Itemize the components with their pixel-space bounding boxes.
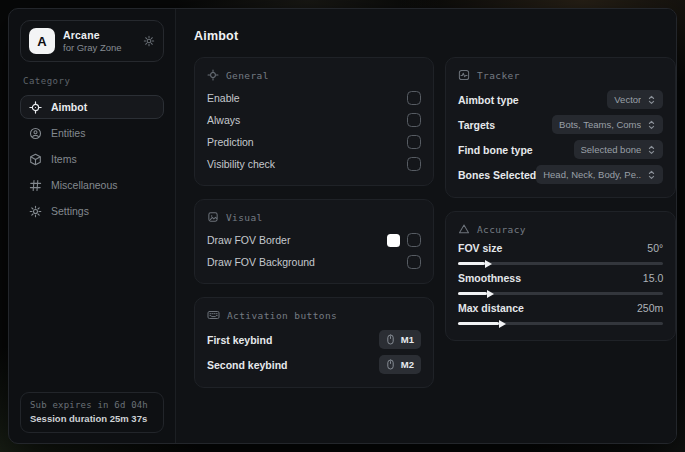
setting-label: Find bone type: [458, 144, 533, 156]
setting-row: First keybind M1: [207, 327, 421, 352]
select-value: Bots, Teams, Coms: [559, 119, 641, 130]
sidebar-nav: Aimbot Entities: [20, 93, 164, 225]
max-distance-slider: Max distance 250m: [458, 302, 663, 325]
second-keybind-button[interactable]: M2: [379, 355, 421, 374]
accuracy-section: Accuracy FOV size 50°: [445, 211, 676, 341]
setting-label: Targets: [458, 119, 495, 131]
image-icon: [207, 211, 219, 223]
setting-row: Aimbot type Vector: [458, 87, 663, 112]
slider-thumb[interactable]: [487, 290, 494, 298]
sliders-icon: [29, 179, 42, 192]
setting-label: Second keybind: [207, 359, 288, 371]
activation-section-title: Activation buttons: [227, 310, 337, 321]
tracker-section-title: Tracker: [477, 70, 520, 81]
sidebar-item-label: Items: [51, 153, 77, 165]
accuracy-section-title: Accuracy: [477, 224, 526, 235]
setting-row: Bones Selected Head, Neck, Body, Pe..: [458, 162, 663, 187]
setting-row: Visibility check: [207, 153, 421, 175]
slider-fill: [458, 292, 487, 295]
targets-select[interactable]: Bots, Teams, Coms: [552, 115, 663, 134]
main-content: Aimbot General Enable: [176, 9, 677, 443]
slider-thumb[interactable]: [485, 260, 492, 268]
entities-icon: [29, 127, 42, 140]
setting-label: Draw FOV Background: [207, 256, 315, 268]
page-title: Aimbot: [194, 29, 676, 43]
slider-track[interactable]: [458, 262, 663, 265]
setting-row: Draw FOV Border: [207, 229, 421, 251]
subscription-info: Sub expires in 6d 04h Session duration 2…: [20, 392, 164, 433]
first-keybind-button[interactable]: M1: [379, 330, 421, 349]
cube-icon: [29, 153, 42, 166]
sidebar-item-label: Settings: [51, 205, 89, 217]
slider-label: Max distance: [458, 302, 524, 314]
visual-section-title: Visual: [226, 212, 263, 223]
general-section-title: General: [226, 70, 269, 81]
sidebar-item-entities[interactable]: Entities: [20, 121, 164, 145]
session-duration-text: Session duration 25m 37s: [30, 413, 154, 424]
sidebar-item-settings[interactable]: Settings: [20, 199, 164, 223]
setting-label: First keybind: [207, 334, 272, 346]
slider-track[interactable]: [458, 322, 663, 325]
setting-label: Bones Selected: [458, 169, 536, 181]
triangle-icon: [458, 223, 470, 235]
bones-selected-select[interactable]: Head, Neck, Body, Pe..: [536, 165, 663, 184]
mouse-icon: [386, 334, 395, 345]
slider-value: 50°: [647, 242, 663, 254]
sidebar-spacer: [20, 225, 164, 392]
category-label: Category: [23, 76, 161, 86]
select-value: Head, Neck, Body, Pe..: [543, 169, 641, 180]
prediction-checkbox[interactable]: [407, 135, 421, 149]
brand-logo: A: [29, 28, 55, 54]
slider-label: FOV size: [458, 242, 502, 254]
slider-value: 250m: [637, 302, 663, 314]
app-window: A Arcane for Gray Zone Category: [8, 8, 677, 444]
tracker-section-header: Tracker: [458, 69, 663, 81]
fov-border-color-swatch[interactable]: [387, 234, 400, 247]
setting-row: Second keybind M2: [207, 352, 421, 377]
fov-size-slider: FOV size 50°: [458, 242, 663, 265]
setting-label: Always: [207, 114, 240, 126]
general-section-header: General: [207, 69, 421, 81]
keybind-value: M2: [401, 359, 414, 370]
brand-card: A Arcane for Gray Zone: [20, 20, 164, 62]
crosshair-icon: [207, 69, 219, 81]
slider-label: Smoothness: [458, 272, 521, 284]
activation-section-header: Activation buttons: [207, 309, 421, 321]
setting-label: Enable: [207, 92, 240, 104]
sidebar: A Arcane for Gray Zone Category: [9, 9, 176, 443]
setting-label: Prediction: [207, 136, 254, 148]
unfold-icon: [647, 120, 656, 130]
brand-text: Arcane for Gray Zone: [63, 29, 122, 53]
slider-thumb[interactable]: [499, 320, 506, 328]
setting-row: Draw FOV Background: [207, 251, 421, 273]
slider-track[interactable]: [458, 292, 663, 295]
left-column: General Enable Always Prediction: [194, 57, 434, 401]
find-bone-type-select[interactable]: Selected bone: [574, 140, 664, 159]
right-column: Tracker Aimbot type Vector: [445, 57, 676, 354]
setting-label: Aimbot type: [458, 94, 519, 106]
unfold-icon: [647, 170, 656, 180]
setting-label: Draw FOV Border: [207, 234, 290, 246]
setting-row: Targets Bots, Teams, Coms: [458, 112, 663, 137]
setting-row: Enable: [207, 87, 421, 109]
sidebar-item-label: Miscellaneous: [51, 179, 118, 191]
setting-row: Prediction: [207, 131, 421, 153]
visual-section-header: Visual: [207, 211, 421, 223]
brand-settings-icon[interactable]: [143, 35, 155, 47]
aimbot-type-select[interactable]: Vector: [607, 90, 663, 109]
sidebar-item-aimbot[interactable]: Aimbot: [20, 95, 164, 119]
draw-fov-background-checkbox[interactable]: [407, 255, 421, 269]
brand-subtitle: for Gray Zone: [63, 42, 122, 53]
unfold-icon: [647, 95, 656, 105]
sidebar-item-items[interactable]: Items: [20, 147, 164, 171]
always-checkbox[interactable]: [407, 113, 421, 127]
sidebar-item-miscellaneous[interactable]: Miscellaneous: [20, 173, 164, 197]
general-section: General Enable Always Prediction: [194, 57, 434, 186]
brand-name: Arcane: [63, 29, 122, 41]
visibility-check-checkbox[interactable]: [407, 157, 421, 171]
draw-fov-border-checkbox[interactable]: [407, 233, 421, 247]
slider-fill: [458, 262, 485, 265]
tracker-section: Tracker Aimbot type Vector: [445, 57, 676, 198]
enable-checkbox[interactable]: [407, 91, 421, 105]
gear-icon: [29, 205, 42, 218]
